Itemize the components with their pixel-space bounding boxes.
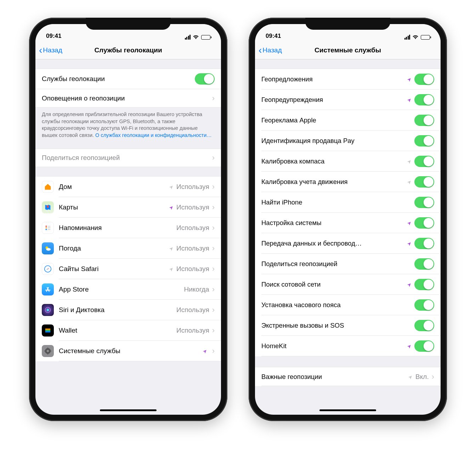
system-service-row[interactable]: Геореклама Apple — [255, 110, 441, 131]
system-service-row[interactable]: Поиск сотовой сети ➤ — [255, 274, 441, 295]
app-row-weather[interactable]: Погода ➤Используя› — [35, 238, 221, 259]
privacy-link[interactable]: О службах геолокации и конфиденциальност… — [95, 132, 212, 138]
cell-label: Службы геолокации — [42, 75, 195, 83]
app-row-maps[interactable]: Карты ➤Используя› — [35, 197, 221, 218]
app-name: Погода — [59, 245, 169, 252]
toggle-switch[interactable] — [414, 74, 434, 85]
app-row-gear[interactable]: Системные службы ➤› — [35, 341, 221, 361]
app-name: Сайты Safari — [59, 265, 169, 273]
nav-title: Системные службы — [255, 46, 441, 54]
app-name: Напоминания — [59, 224, 176, 232]
status-time: 09:41 — [266, 33, 281, 40]
chevron-right-icon: › — [212, 285, 215, 294]
system-service-row[interactable]: Геопредупреждения ➤ — [255, 90, 441, 110]
app-row-reminders[interactable]: Напоминания Используя› — [35, 218, 221, 238]
toggle-switch[interactable] — [414, 320, 434, 331]
service-name: Поделиться геопозицией — [261, 260, 414, 268]
system-service-row[interactable]: HomeKit ➤ — [255, 336, 441, 356]
nav-title: Службы геолокации — [35, 46, 221, 54]
content-right[interactable]: Геопредложения ➤Геопредупреждения ➤Георе… — [255, 59, 441, 415]
significant-locations-row[interactable]: Важные геопозиции ➤Вкл. › — [255, 367, 441, 386]
service-name: HomeKit — [261, 342, 407, 350]
toggle-switch[interactable] — [414, 340, 434, 352]
service-name: Идентификация продавца Pay — [261, 137, 414, 145]
app-name: Системные службы — [59, 347, 203, 355]
system-service-row[interactable]: Передача данных и беспровод… ➤ — [255, 233, 441, 254]
location-alerts-row[interactable]: Оповещения о геопозиции › — [35, 89, 221, 108]
toggle-switch[interactable] — [414, 299, 434, 311]
toggle-switch[interactable] — [195, 73, 215, 85]
significant-locations-section: Важные геопозиции ➤Вкл. › — [255, 367, 441, 386]
toggle-switch[interactable] — [414, 156, 434, 167]
app-row-safari[interactable]: Сайты Safari ➤Используя› — [35, 259, 221, 279]
cell-label: Поделиться геопозицией — [42, 154, 210, 162]
maps-icon — [42, 201, 54, 213]
status-icons — [404, 35, 430, 40]
toggle-switch[interactable] — [414, 197, 434, 208]
svg-point-1 — [46, 227, 47, 229]
home-icon — [42, 181, 54, 193]
chevron-right-icon: › — [212, 305, 215, 315]
nav-bar: ‹ Назад Службы геолокации — [35, 41, 221, 59]
svg-rect-20 — [50, 351, 51, 351]
gear-icon — [42, 345, 54, 357]
toggle-switch[interactable] — [414, 94, 434, 105]
phone-left: 09:41 ‹ Назад Службы геолокации Службы г… — [29, 18, 227, 421]
share-location-row[interactable]: Поделиться геопозицией › — [35, 149, 221, 167]
app-row-wallet[interactable]: Wallet Используя› — [35, 320, 221, 341]
svg-rect-18 — [47, 353, 48, 355]
toggle-switch[interactable] — [414, 238, 434, 249]
battery-icon — [201, 35, 210, 40]
back-button[interactable]: ‹ Назад — [259, 45, 282, 55]
home-indicator[interactable] — [319, 409, 376, 411]
toggle-switch[interactable] — [414, 279, 434, 290]
wifi-icon — [193, 35, 199, 40]
notch — [305, 18, 390, 30]
appstore-icon — [42, 283, 54, 295]
toggle-switch[interactable] — [414, 258, 434, 270]
svg-rect-19 — [44, 351, 46, 351]
reminders-icon — [42, 222, 54, 234]
svg-rect-3 — [47, 226, 50, 227]
chevron-right-icon: › — [212, 244, 215, 253]
app-status: Используя — [176, 265, 209, 273]
system-service-row[interactable]: Идентификация продавца Pay — [255, 131, 441, 151]
service-name: Найти iPhone — [261, 199, 414, 206]
app-row-appstore[interactable]: App Store Никогда› — [35, 279, 221, 300]
system-service-row[interactable]: Настройка системы ➤ — [255, 213, 441, 233]
chevron-right-icon: › — [212, 223, 215, 232]
system-service-row[interactable]: Установка часового пояса — [255, 295, 441, 315]
back-button[interactable]: ‹ Назад — [39, 45, 62, 55]
chevron-right-icon: › — [212, 326, 215, 335]
service-name: Калибровка компаса — [261, 157, 407, 165]
system-service-row[interactable]: Найти iPhone — [255, 192, 441, 213]
service-name: Калибровка учета движения — [261, 178, 407, 186]
svg-rect-14 — [45, 331, 51, 333]
toggle-switch[interactable] — [414, 115, 434, 126]
app-row-home[interactable]: Дом ➤Используя› — [35, 176, 221, 197]
signal-icon — [185, 35, 191, 40]
app-status: Используя — [176, 327, 209, 334]
wifi-icon — [412, 35, 419, 40]
battery-icon — [421, 35, 430, 40]
toggle-switch[interactable] — [414, 217, 434, 229]
system-service-row[interactable]: Экстренные вызовы и SOS — [255, 315, 441, 336]
location-services-toggle-row[interactable]: Службы геолокации — [35, 69, 221, 89]
system-service-row[interactable]: Геопредложения ➤ — [255, 69, 441, 90]
app-status: Используя — [176, 224, 209, 232]
screen-left: 09:41 ‹ Назад Службы геолокации Службы г… — [35, 24, 221, 415]
system-service-row[interactable]: Калибровка учета движения ➤ — [255, 172, 441, 192]
home-indicator[interactable] — [100, 409, 157, 411]
footer-text: Для определения приблизительной геопозиц… — [35, 108, 221, 144]
screen-right: 09:41 ‹ Назад Системные службы Геопредло… — [255, 24, 441, 415]
toggle-switch[interactable] — [414, 176, 434, 188]
svg-point-2 — [46, 229, 47, 230]
toggle-switch[interactable] — [414, 135, 434, 146]
app-row-siri[interactable]: Siri и Диктовка Используя› — [35, 300, 221, 320]
system-service-row[interactable]: Калибровка компаса ➤ — [255, 151, 441, 172]
system-service-row[interactable]: Поделиться геопозицией — [255, 254, 441, 274]
service-name: Важные геопозиции — [261, 373, 408, 381]
service-name: Геопредупреждения — [261, 96, 407, 104]
svg-rect-5 — [47, 229, 50, 230]
content-left[interactable]: Службы геолокации Оповещения о геопозици… — [35, 59, 221, 415]
